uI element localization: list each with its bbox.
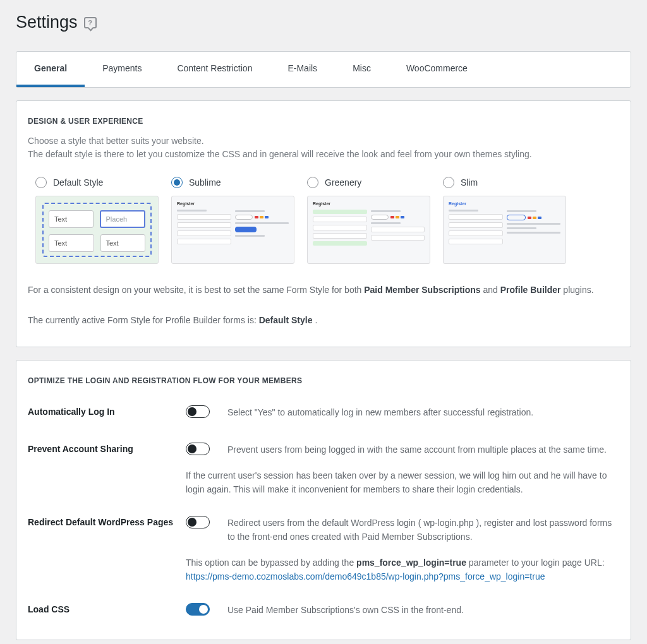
design-panel: DESIGN & USER EXPERIENCE Choose a style … <box>16 100 631 347</box>
redirect-default-desc: Redirect users from the default WordPres… <box>227 516 619 544</box>
style-label-sublime: Sublime <box>189 177 221 188</box>
settings-tabs: General Payments Content Restriction E-M… <box>16 51 631 88</box>
tab-emails[interactable]: E-Mails <box>270 52 335 87</box>
style-options: Default Style Text Placeh Text Text <box>28 177 619 264</box>
preview-text-field: Text <box>100 234 146 252</box>
radio-slim[interactable] <box>443 177 454 188</box>
optimize-panel: OPTIMIZE THE LOGIN AND REGISTRATION FLOW… <box>16 360 631 640</box>
design-desc-line1: Choose a style that better suits your we… <box>28 136 204 146</box>
style-option-sublime[interactable]: Sublime Register <box>171 177 294 264</box>
page-title: Settings <box>16 13 78 32</box>
radio-default-style[interactable] <box>35 177 47 188</box>
style-label-slim: Slim <box>461 177 478 188</box>
help-icon[interactable]: ? <box>84 17 97 28</box>
prevent-sharing-toggle[interactable] <box>186 443 210 455</box>
design-footnote: For a consistent design on your website,… <box>28 283 619 328</box>
style-option-slim[interactable]: Slim Register <box>443 177 566 264</box>
redirect-default-toggle[interactable] <box>186 516 210 528</box>
design-heading: DESIGN & USER EXPERIENCE <box>28 117 619 126</box>
radio-sublime[interactable] <box>171 177 183 188</box>
redirect-default-subdesc: This option can be bypassed by adding th… <box>28 556 619 583</box>
load-css-toggle[interactable] <box>186 603 210 616</box>
preview-placeholder-field: Placeh <box>100 210 146 228</box>
style-option-default[interactable]: Default Style Text Placeh Text Text <box>35 177 159 264</box>
radio-greenery[interactable] <box>307 177 318 188</box>
preview-sublime: Register <box>171 196 294 264</box>
style-label-greenery: Greenery <box>325 177 361 188</box>
prevent-sharing-label: Prevent Account Sharing <box>28 443 186 454</box>
auto-login-desc: Select "Yes" to automatically log in new… <box>227 405 619 419</box>
auto-login-label: Automatically Log In <box>28 405 186 417</box>
tab-general[interactable]: General <box>16 52 85 87</box>
prevent-sharing-subdesc: If the current user's session has been t… <box>28 469 619 496</box>
setting-auto-login: Automatically Log In Select "Yes" to aut… <box>28 394 619 423</box>
setting-prevent-sharing: Prevent Account Sharing Prevent users fr… <box>28 424 619 460</box>
setting-load-css: Load CSS Use Paid Member Subscriptions's… <box>28 584 619 621</box>
load-css-label: Load CSS <box>28 603 186 614</box>
design-desc-line2: The default style is there to let you cu… <box>28 149 532 159</box>
preview-register-title: Register <box>177 201 231 206</box>
tab-misc[interactable]: Misc <box>335 52 389 87</box>
optimize-heading: OPTIMIZE THE LOGIN AND REGISTRATION FLOW… <box>28 376 619 385</box>
preview-register-title: Register <box>449 201 503 206</box>
preview-text-field: Text <box>49 210 94 228</box>
redirect-default-label: Redirect Default WordPress Pages <box>28 516 186 527</box>
preview-greenery: Register <box>307 196 430 264</box>
tab-woocommerce[interactable]: WooCommerce <box>389 52 485 87</box>
preview-text-field: Text <box>49 234 94 252</box>
auto-login-toggle[interactable] <box>186 405 210 418</box>
load-css-desc: Use Paid Member Subscriptions's own CSS … <box>227 603 619 617</box>
style-label-default: Default Style <box>53 177 103 188</box>
prevent-sharing-desc: Prevent users from being logged in with … <box>227 443 619 456</box>
preview-register-title: Register <box>313 201 367 206</box>
redirect-bypass-link[interactable]: https://pms-demo.cozmoslabs.com/demo649c… <box>186 571 545 581</box>
preview-slim: Register <box>443 196 566 264</box>
tab-content-restriction[interactable]: Content Restriction <box>159 52 270 87</box>
style-option-greenery[interactable]: Greenery Register <box>307 177 430 264</box>
design-description: Choose a style that better suits your we… <box>28 134 619 161</box>
tab-payments[interactable]: Payments <box>85 52 159 87</box>
preview-default: Text Placeh Text Text <box>35 196 159 264</box>
setting-redirect-default: Redirect Default WordPress Pages Redirec… <box>28 497 619 548</box>
